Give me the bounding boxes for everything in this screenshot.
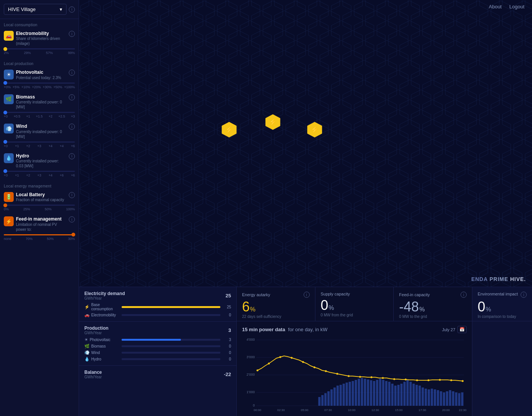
svg-text:17:30: 17:30 <box>418 408 426 412</box>
battery-subtitle: Fraction of maximal capacity <box>16 197 66 202</box>
svg-text:05:00: 05:00 <box>301 408 309 412</box>
feed-in-slider-thumb[interactable] <box>71 233 75 237</box>
hex-map: ⚡ ⚡ ⚡ ENDA PRIME HIVE. <box>79 0 532 287</box>
env-info-icon[interactable]: i <box>521 292 527 298</box>
feedin-info-icon[interactable]: i <box>461 292 467 298</box>
svg-rect-52 <box>413 384 415 406</box>
local-battery-item: 🔋 Local Battery Fraction of maximal capa… <box>0 190 79 214</box>
svg-rect-41 <box>379 379 382 406</box>
demand-title: Electricity demand <box>84 291 125 296</box>
svg-rect-28 <box>340 385 342 406</box>
main-content: About Logout ⚡ <box>79 0 532 416</box>
calendar-icon[interactable]: 📅 <box>458 326 467 333</box>
electromobility-info-icon[interactable]: i <box>69 31 75 37</box>
hydro-info-icon[interactable]: i <box>69 153 75 159</box>
feedin-cap-title: Feed-in capacity <box>399 292 430 297</box>
battery-title: Local Battery <box>16 192 66 197</box>
svg-rect-30 <box>346 383 348 406</box>
production-section: Production GWh/Year 3 ☀ Photovoltaic 3 <box>79 322 236 366</box>
chart-title: 15 min power data for one day, in kW <box>242 327 328 332</box>
svg-rect-37 <box>367 379 369 406</box>
logout-link[interactable]: Logout <box>509 4 524 10</box>
biomass-info-icon[interactable]: i <box>69 94 75 100</box>
autarky-info-icon[interactable]: i <box>304 292 310 298</box>
sun-prod-icon: ☀ <box>84 337 88 342</box>
wind-labels: +0 +1 +2 +3 +4 +4 +6 <box>4 144 75 148</box>
pv-prod-bar <box>122 339 220 341</box>
autarky-value: 6 <box>242 300 250 314</box>
svg-rect-65 <box>452 391 454 406</box>
svg-rect-48 <box>401 384 403 406</box>
balance-value: -22 <box>224 372 231 377</box>
power-chart: 4'000 3'000 2'000 1'000 0 <box>242 336 467 412</box>
battery-info-icon[interactable]: i <box>69 192 75 198</box>
leaf-prod-icon: 🌿 <box>84 344 90 349</box>
local-production-label: Local production <box>0 58 79 67</box>
electromobility-title: Electromobility <box>16 31 66 36</box>
wind-slider-thumb[interactable] <box>3 140 7 144</box>
svg-rect-49 <box>404 382 406 406</box>
header-info-icon[interactable]: i <box>69 6 75 13</box>
hydro-icon: 💧 <box>4 153 14 163</box>
feed-in-icon: ⚡ <box>4 216 14 226</box>
svg-text:07:30: 07:30 <box>324 408 332 412</box>
svg-rect-55 <box>422 387 424 406</box>
env-unit: % <box>486 306 491 313</box>
biomass-icon: 🌿 <box>4 94 14 104</box>
svg-rect-56 <box>425 389 427 406</box>
battery-slider-track <box>4 205 75 206</box>
photovoltaic-slider-thumb[interactable] <box>3 81 7 85</box>
svg-rect-39 <box>373 381 375 406</box>
village-dropdown[interactable]: HIVE Village ▾ <box>4 4 66 15</box>
biomass-slider-thumb[interactable] <box>3 111 7 114</box>
demand-unit: GWh/Year <box>84 296 125 300</box>
sidebar-header: HIVE Village ▾ i <box>0 0 79 19</box>
biomass-item: 🌿 Biomass Currently installed power: 0 [… <box>0 92 79 121</box>
photovoltaic-info-icon[interactable]: i <box>69 70 75 76</box>
base-consumption-row: ⚡ Base consumption 25 <box>84 303 231 311</box>
electromobility-slider-thumb[interactable] <box>3 47 7 51</box>
demand-value: 25 <box>226 293 231 299</box>
svg-rect-63 <box>446 391 448 406</box>
svg-rect-33 <box>355 380 357 406</box>
balance-title: Balance <box>84 370 102 375</box>
svg-point-84 <box>428 379 429 381</box>
production-title: Production <box>84 325 108 331</box>
electromobility-demand-row: 🚗 Electromobility 0 <box>84 313 231 318</box>
supply-title: Supply capacity <box>321 292 350 296</box>
biomass-slider-track <box>4 112 75 113</box>
svg-rect-57 <box>428 389 430 406</box>
photovoltaic-slider-track <box>4 83 75 84</box>
about-link[interactable]: About <box>489 4 502 10</box>
svg-point-80 <box>382 377 384 379</box>
wind-info-icon[interactable]: i <box>69 124 75 130</box>
hydro-labels: +0 +1 +2 +3 +4 +6 +6 <box>4 173 75 177</box>
svg-text:12:30: 12:30 <box>371 408 379 412</box>
svg-rect-26 <box>334 387 336 406</box>
supply-value: 0 <box>321 299 328 312</box>
svg-text:⚡: ⚡ <box>310 125 319 134</box>
svg-point-73 <box>302 361 304 363</box>
svg-rect-66 <box>455 392 458 406</box>
hydro-slider-thumb[interactable] <box>3 169 7 173</box>
svg-rect-68 <box>461 392 464 406</box>
feed-in-info-icon[interactable]: i <box>69 216 75 222</box>
svg-rect-54 <box>419 386 421 406</box>
svg-text:02:30: 02:30 <box>277 408 285 412</box>
feedin-sub: 0 MW to the grid <box>399 314 467 319</box>
svg-rect-21 <box>318 397 321 406</box>
svg-text:0: 0 <box>253 403 255 407</box>
svg-point-74 <box>314 367 315 368</box>
hydro-prod-bar <box>122 358 220 360</box>
svg-point-77 <box>348 375 350 377</box>
battery-labels: 0% 25% 50% 100% <box>4 207 75 211</box>
chevron-down-icon: ▾ <box>60 6 62 12</box>
svg-rect-40 <box>376 380 378 406</box>
env-sub: In comparison to today <box>478 314 527 319</box>
local-energy-label: Local energy management <box>0 180 79 190</box>
car-demand-icon: 🚗 <box>84 313 90 318</box>
svg-point-69 <box>256 370 258 372</box>
battery-slider-thumb[interactable] <box>3 203 7 207</box>
svg-rect-34 <box>358 379 360 406</box>
autarky-title: Energy autarky <box>242 292 270 297</box>
